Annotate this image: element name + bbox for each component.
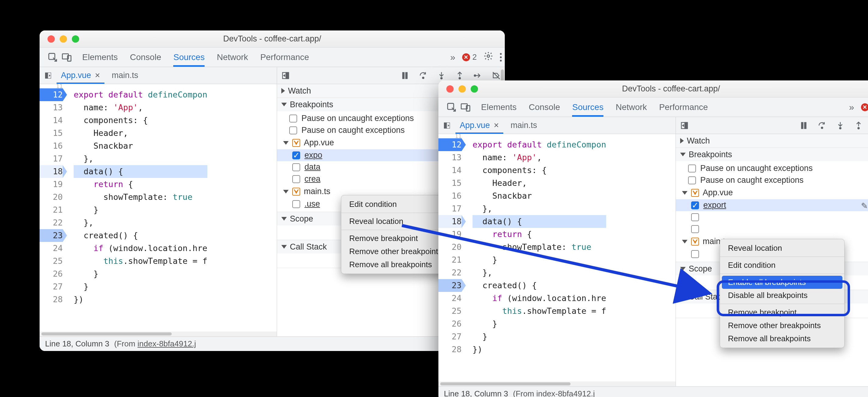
device-icon[interactable] [460, 102, 471, 113]
tab-elements[interactable]: Elements [82, 48, 118, 67]
close-icon[interactable] [446, 85, 454, 93]
breakpoints-header[interactable]: Breakpoints [676, 148, 868, 161]
menu-edit-condition[interactable]: Edit condition [720, 259, 844, 272]
checkbox-icon[interactable] [289, 126, 297, 134]
file-icon [691, 189, 699, 197]
panel-tabs: Elements Console Sources Network Perform… [82, 48, 309, 67]
bp-row-23[interactable]: create23 [676, 223, 868, 235]
window-title: DevTools - coffee-cart.app/ [39, 34, 505, 44]
bp-row-12[interactable]: ✓export✎🗑12 [676, 199, 868, 211]
chevron-down-icon [283, 141, 289, 145]
file-icon [292, 188, 300, 196]
window-controls [438, 85, 478, 93]
line-gutter[interactable]: 111213141516171819202122232425262728 [438, 134, 465, 381]
toggle-navigator-icon[interactable] [679, 120, 690, 131]
error-indicator[interactable]: ✕ 2 [462, 52, 477, 62]
watch-header[interactable]: Watch [676, 134, 868, 147]
navigator-icon[interactable] [441, 120, 453, 131]
checkbox-icon[interactable] [289, 115, 297, 122]
inspect-icon[interactable] [446, 102, 457, 113]
step-into-icon[interactable] [835, 120, 846, 131]
svg-point-3 [487, 55, 490, 57]
checkbox-icon[interactable]: ✓ [292, 151, 300, 159]
navigator-icon[interactable] [42, 70, 54, 81]
device-icon[interactable] [61, 52, 72, 63]
step-into-icon[interactable] [436, 70, 447, 81]
file-tab-app-vue[interactable]: App.vue ✕ [456, 117, 503, 134]
tab-sources[interactable]: Sources [572, 97, 603, 117]
checkbox-icon[interactable] [688, 165, 696, 172]
pause-icon[interactable] [798, 120, 809, 131]
toggle-navigator-icon[interactable] [280, 70, 291, 81]
settings-icon[interactable] [484, 51, 493, 63]
chevron-down-icon [680, 153, 686, 156]
step-out-icon[interactable] [853, 120, 864, 131]
svg-rect-27 [805, 122, 806, 129]
bp-row-18[interactable]: data()18 [676, 211, 868, 223]
tab-performance[interactable]: Performance [260, 48, 309, 67]
more-tabs-icon[interactable]: » [450, 52, 456, 62]
close-icon[interactable]: ✕ [95, 72, 100, 80]
checkbox-icon[interactable]: ✓ [691, 201, 699, 209]
error-indicator[interactable]: ✕ 2 [861, 103, 868, 112]
source-file-link[interactable]: index-8bfa4912.j [137, 339, 196, 348]
close-icon[interactable]: ✕ [494, 121, 499, 130]
minimize-icon[interactable] [60, 35, 67, 42]
chevron-right-icon [281, 88, 285, 93]
svg-point-29 [840, 127, 841, 129]
close-icon[interactable] [48, 35, 55, 42]
chevron-down-icon [682, 191, 687, 195]
pause-caught-option[interactable]: Pause on caught exceptions [676, 174, 868, 186]
checkbox-icon[interactable] [691, 250, 699, 258]
tab-console[interactable]: Console [130, 48, 161, 67]
step-icon[interactable] [472, 70, 484, 81]
pause-icon[interactable] [399, 70, 410, 81]
step-over-icon[interactable] [418, 70, 429, 81]
tab-elements[interactable]: Elements [481, 97, 517, 117]
code-content[interactable]: export default defineCompon name: 'App',… [66, 84, 207, 332]
maximize-icon[interactable] [72, 35, 79, 42]
menu-disable-all[interactable]: Disable all breakpoints [720, 289, 844, 302]
source-file-link[interactable]: index-8bfa4912.j [536, 389, 595, 397]
file-tab-app-vue[interactable]: App.vue ✕ [57, 67, 104, 84]
minimize-icon[interactable] [459, 85, 466, 93]
checkbox-icon[interactable] [691, 213, 699, 221]
line-gutter[interactable]: 111213141516171819202122232425262728 [39, 84, 66, 332]
menu-remove-all[interactable]: Remove all breakpoints [720, 332, 844, 345]
checkbox-icon[interactable] [292, 200, 300, 208]
chevron-down-icon [680, 295, 686, 299]
tab-network[interactable]: Network [217, 48, 248, 67]
checkbox-icon[interactable] [292, 175, 300, 183]
step-over-icon[interactable] [816, 120, 828, 131]
tab-performance[interactable]: Performance [659, 97, 708, 117]
debug-toolbar [676, 117, 868, 134]
checkbox-icon[interactable] [292, 163, 300, 171]
h-scrollbar[interactable] [438, 381, 676, 386]
menu-reveal-location[interactable]: Reveal location [720, 242, 844, 255]
tab-sources[interactable]: Sources [173, 48, 205, 67]
edit-icon[interactable]: ✎ [861, 201, 868, 209]
file-tab-bar: App.vue ✕ main.ts [39, 67, 277, 84]
checkbox-icon[interactable] [691, 225, 699, 233]
code-editor[interactable]: 111213141516171819202122232425262728 exp… [39, 84, 277, 332]
tab-console[interactable]: Console [529, 97, 560, 117]
checkbox-icon[interactable] [688, 176, 696, 184]
code-content[interactable]: export default defineCompon name: 'App',… [465, 134, 606, 381]
bp-file-app-vue[interactable]: App.vue [676, 186, 868, 199]
pause-uncaught-option[interactable]: Pause on uncaught exceptions [676, 162, 868, 174]
menu-enable-all[interactable]: Enable all breakpoints [722, 276, 842, 289]
more-tabs-icon[interactable]: » [849, 102, 854, 112]
tab-network[interactable]: Network [616, 97, 647, 117]
editor-pane: App.vue ✕ main.ts 1112131415161718192021… [39, 67, 277, 336]
inspect-icon[interactable] [47, 52, 58, 63]
code-editor[interactable]: 111213141516171819202122232425262728 exp… [438, 134, 676, 381]
step-out-icon[interactable] [454, 70, 465, 81]
file-tab-main-ts[interactable]: main.ts [107, 67, 143, 84]
h-scrollbar[interactable] [39, 332, 277, 336]
menu-remove-other[interactable]: Remove other breakpoints [720, 319, 844, 332]
file-tab-label: main.ts [112, 71, 138, 80]
kebab-icon[interactable] [500, 53, 502, 61]
maximize-icon[interactable] [471, 85, 478, 93]
file-tab-main-ts[interactable]: main.ts [506, 117, 541, 134]
menu-remove-breakpoint[interactable]: Remove breakpoint [720, 306, 844, 319]
